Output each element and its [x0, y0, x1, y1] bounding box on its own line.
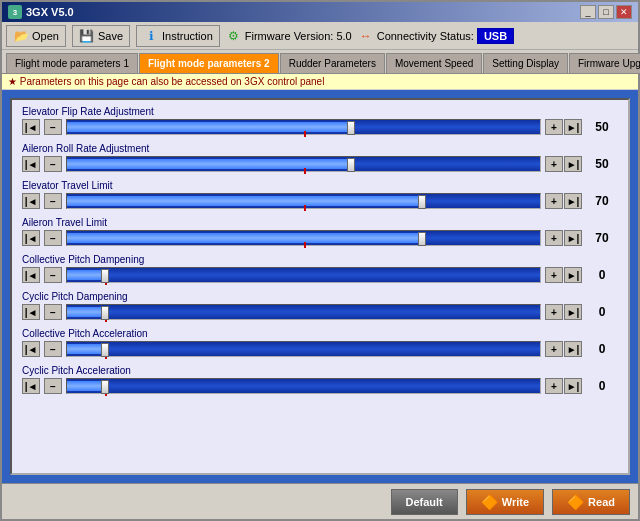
app-icon: 3: [8, 5, 22, 19]
slider-inc-button-2[interactable]: +: [545, 193, 563, 209]
slider-min-button-4[interactable]: |◄: [22, 267, 40, 283]
slider-dec-button-6[interactable]: −: [44, 341, 62, 357]
slider-max-button-3[interactable]: ►|: [564, 230, 582, 246]
slider-dec-button-3[interactable]: −: [44, 230, 62, 246]
slider-max-button-2[interactable]: ►|: [564, 193, 582, 209]
param-label-5: Cyclic Pitch Dampening: [22, 291, 618, 302]
plus-minus-group-3: + ►|: [545, 230, 582, 246]
read-label: Read: [588, 496, 615, 508]
param-value-2: 70: [586, 194, 618, 208]
firmware-label: Firmware Version:: [245, 30, 334, 42]
slider-inc-button-3[interactable]: +: [545, 230, 563, 246]
param-label-4: Collective Pitch Dampening: [22, 254, 618, 265]
write-button[interactable]: 🔶 Write: [466, 489, 544, 515]
slider-thumb-4[interactable]: [101, 269, 109, 283]
slider-thumb-2[interactable]: [418, 195, 426, 209]
tab-firmware-upgrade[interactable]: Firmware Upgrade: [569, 53, 640, 73]
slider-max-button-7[interactable]: ►|: [564, 378, 582, 394]
maximize-button[interactable]: □: [598, 5, 614, 19]
slider-track-7[interactable]: [66, 378, 541, 394]
title-bar-controls: _ □ ✕: [580, 5, 632, 19]
slider-dec-button-0[interactable]: −: [44, 119, 62, 135]
plus-minus-group-5: + ►|: [545, 304, 582, 320]
slider-min-button-1[interactable]: |◄: [22, 156, 40, 172]
instruction-icon: ℹ: [143, 28, 159, 44]
slider-min-button-0[interactable]: |◄: [22, 119, 40, 135]
plus-minus-group-2: + ►|: [545, 193, 582, 209]
title-bar: 3 3GX V5.0 _ □ ✕: [2, 2, 638, 22]
connectivity-label: Connectivity Status:: [377, 30, 474, 42]
slider-inc-button-1[interactable]: +: [545, 156, 563, 172]
slider-track-2[interactable]: [66, 193, 541, 209]
slider-thumb-1[interactable]: [347, 158, 355, 172]
slider-max-button-6[interactable]: ►|: [564, 341, 582, 357]
param-row-2: Elevator Travel Limit |◄ − + ►| 70: [22, 180, 618, 209]
save-button[interactable]: 💾 Save: [72, 25, 130, 47]
slider-row-6: |◄ − + ►| 0: [22, 341, 618, 357]
slider-min-button-6[interactable]: |◄: [22, 341, 40, 357]
slider-dec-button-7[interactable]: −: [44, 378, 62, 394]
param-label-0: Elevator Flip Rate Adjustment: [22, 106, 618, 117]
connectivity-icon: ↔: [358, 28, 374, 44]
slider-marker-3: [304, 242, 306, 248]
slider-thumb-5[interactable]: [101, 306, 109, 320]
plus-minus-group-0: + ►|: [545, 119, 582, 135]
slider-track-3[interactable]: [66, 230, 541, 246]
read-button[interactable]: 🔶 Read: [552, 489, 630, 515]
slider-inc-button-6[interactable]: +: [545, 341, 563, 357]
slider-thumb-7[interactable]: [101, 380, 109, 394]
open-icon: 📂: [13, 28, 29, 44]
slider-thumb-3[interactable]: [418, 232, 426, 246]
slider-track-4[interactable]: [66, 267, 541, 283]
param-label-1: Aileron Roll Rate Adjustment: [22, 143, 618, 154]
param-value-1: 50: [586, 157, 618, 171]
firmware-info: ⚙ Firmware Version: 5.0: [226, 28, 352, 44]
minimize-button[interactable]: _: [580, 5, 596, 19]
warning-text: ★ Parameters on this page can also be ac…: [8, 76, 324, 87]
slider-inc-button-0[interactable]: +: [545, 119, 563, 135]
read-icon: 🔶: [567, 494, 584, 510]
slider-dec-button-2[interactable]: −: [44, 193, 62, 209]
slider-thumb-6[interactable]: [101, 343, 109, 357]
slider-inc-button-4[interactable]: +: [545, 267, 563, 283]
tab-flight-mode-2[interactable]: Flight mode parameters 2: [139, 53, 279, 73]
slider-track-0[interactable]: [66, 119, 541, 135]
tab-rudder-parameters[interactable]: Rudder Parameters: [280, 53, 385, 73]
close-button[interactable]: ✕: [616, 5, 632, 19]
slider-max-button-5[interactable]: ►|: [564, 304, 582, 320]
tab-setting-display[interactable]: Setting Display: [483, 53, 568, 73]
default-button[interactable]: Default: [391, 489, 458, 515]
slider-inc-button-5[interactable]: +: [545, 304, 563, 320]
slider-min-button-3[interactable]: |◄: [22, 230, 40, 246]
plus-minus-group-1: + ►|: [545, 156, 582, 172]
open-button[interactable]: 📂 Open: [6, 25, 66, 47]
tab-flight-mode-1[interactable]: Flight mode parameters 1: [6, 53, 138, 73]
slider-thumb-0[interactable]: [347, 121, 355, 135]
slider-min-button-2[interactable]: |◄: [22, 193, 40, 209]
slider-inc-button-7[interactable]: +: [545, 378, 563, 394]
instruction-label: Instruction: [162, 30, 213, 42]
slider-track-5[interactable]: [66, 304, 541, 320]
instruction-button[interactable]: ℹ Instruction: [136, 25, 220, 47]
tabs-row: Flight mode parameters 1 Flight mode par…: [2, 50, 638, 74]
toolbar: 📂 Open 💾 Save ℹ Instruction ⚙ Firmware V…: [2, 22, 638, 50]
tab-movement-speed[interactable]: Movement Speed: [386, 53, 482, 73]
slider-min-button-7[interactable]: |◄: [22, 378, 40, 394]
slider-dec-button-1[interactable]: −: [44, 156, 62, 172]
connectivity-info: ↔ Connectivity Status: USB: [358, 28, 514, 44]
param-label-7: Cyclic Pitch Acceleration: [22, 365, 618, 376]
slider-marker-0: [304, 131, 306, 137]
slider-min-button-5[interactable]: |◄: [22, 304, 40, 320]
slider-max-button-4[interactable]: ►|: [564, 267, 582, 283]
firmware-icon: ⚙: [226, 28, 242, 44]
slider-max-button-0[interactable]: ►|: [564, 119, 582, 135]
slider-max-button-1[interactable]: ►|: [564, 156, 582, 172]
main-window: 3 3GX V5.0 _ □ ✕ 📂 Open 💾 Save ℹ Instruc…: [0, 0, 640, 521]
slider-dec-button-4[interactable]: −: [44, 267, 62, 283]
slider-track-6[interactable]: [66, 341, 541, 357]
slider-dec-button-5[interactable]: −: [44, 304, 62, 320]
slider-marker-1: [304, 168, 306, 174]
param-value-3: 70: [586, 231, 618, 245]
slider-track-1[interactable]: [66, 156, 541, 172]
warning-bar: ★ Parameters on this page can also be ac…: [2, 74, 638, 90]
